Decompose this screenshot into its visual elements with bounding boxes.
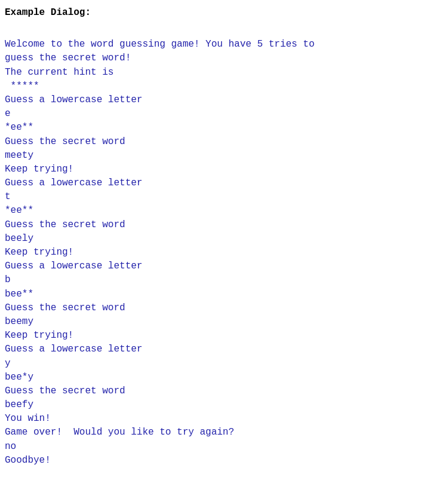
dialog-line: Keep trying! <box>5 329 443 343</box>
dialog-line: Guess the secret word <box>5 384 443 398</box>
dialog-line: beemy <box>5 315 443 329</box>
dialog-line: Guess a lowercase letter <box>5 93 443 107</box>
dialog-line: guess the secret word! <box>5 51 443 65</box>
dialog-line: The current hint is <box>5 66 443 80</box>
dialog-line: beefy <box>5 398 443 412</box>
dialog-line: You win! <box>5 412 443 426</box>
dialog-line: Guess the secret word <box>5 135 443 149</box>
dialog-line: no <box>5 440 443 454</box>
dialog-line: meety <box>5 149 443 163</box>
dialog-line: b <box>5 273 443 287</box>
dialog-line: y <box>5 357 443 371</box>
dialog-line: Guess a lowercase letter <box>5 259 443 273</box>
dialog-line: Guess a lowercase letter <box>5 343 443 356</box>
dialog-line <box>5 24 443 38</box>
dialog-line: bee*y <box>5 371 443 384</box>
dialog-line: Welcome to the word guessing game! You h… <box>5 38 443 51</box>
dialog-line: Guess the secret word <box>5 301 443 315</box>
dialog-line: Keep trying! <box>5 246 443 259</box>
dialog-line: bee** <box>5 288 443 301</box>
dialog-content: Welcome to the word guessing game! You h… <box>5 24 443 467</box>
dialog-line: *ee** <box>5 121 443 135</box>
dialog-line: Game over! Would you like to try again? <box>5 426 443 439</box>
dialog-line: beely <box>5 232 443 246</box>
dialog-line: *ee** <box>5 204 443 218</box>
example-dialog-heading: Example Dialog: <box>5 7 443 18</box>
dialog-line: ***** <box>5 80 443 93</box>
dialog-line: t <box>5 190 443 204</box>
dialog-line: e <box>5 107 443 121</box>
dialog-line: Guess a lowercase letter <box>5 176 443 190</box>
dialog-line: Goodbye! <box>5 454 443 467</box>
dialog-line: Keep trying! <box>5 163 443 176</box>
dialog-line: Guess the secret word <box>5 218 443 232</box>
page-container: Example Dialog: Welcome to the word gues… <box>5 7 443 467</box>
